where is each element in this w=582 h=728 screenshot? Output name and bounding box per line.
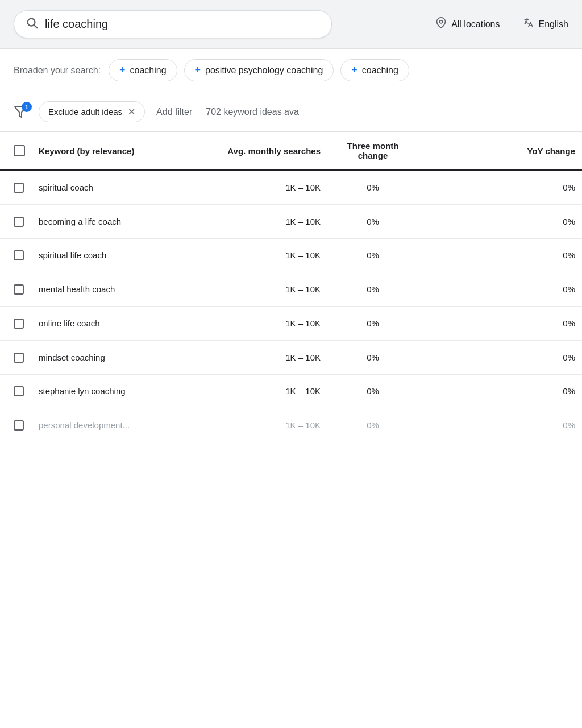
row-checkbox-3[interactable] (14, 284, 24, 295)
row-keyword-3: mental health coach (32, 272, 202, 307)
row-checkbox-cell-3 (0, 272, 32, 307)
language-selector[interactable]: English (523, 17, 568, 31)
row-checkbox-6[interactable] (14, 386, 24, 396)
table-row: mindset coaching 1K – 10K 0% 0% (0, 340, 582, 374)
language-icon (523, 17, 534, 31)
row-yoy-5: 0% (418, 340, 582, 374)
broaden-chip-plus-0: + (119, 64, 126, 76)
row-keyword-5: mindset coaching (32, 340, 202, 374)
search-icon (26, 16, 38, 32)
broaden-search-bar: Broaden your search: + coaching + positi… (0, 49, 582, 92)
location-selector[interactable]: All locations (435, 17, 500, 31)
filter-icon-wrapper[interactable]: 1 (14, 105, 27, 119)
row-three-month-5: 0% (327, 340, 418, 374)
row-checkbox-cell-6 (0, 374, 32, 408)
row-checkbox-cell-5 (0, 340, 32, 374)
row-checkbox-cell-4 (0, 307, 32, 341)
exclude-adult-label: Exclude adult ideas (48, 107, 122, 117)
broaden-label: Broaden your search: (14, 65, 101, 76)
table-header-row: Keyword (by relevance) Avg. monthly sear… (0, 132, 582, 170)
row-checkbox-cell-1 (0, 204, 32, 238)
table-row: becoming a life coach 1K – 10K 0% 0% (0, 204, 582, 238)
row-three-month-0: 0% (327, 170, 418, 204)
broaden-chip-0[interactable]: + coaching (109, 59, 177, 81)
th-three-month-change: Three month change (327, 132, 418, 170)
location-label: All locations (451, 19, 500, 30)
keyword-count-text: 702 keyword ideas ava (206, 107, 299, 117)
row-yoy-3: 0% (418, 272, 582, 307)
row-checkbox-2[interactable] (14, 250, 24, 260)
broaden-chips: + coaching + positive psychology coachin… (109, 59, 409, 81)
add-filter-link[interactable]: Add filter (156, 107, 192, 117)
row-keyword-4: online life coach (32, 307, 202, 341)
th-checkbox (0, 132, 32, 170)
svg-point-2 (440, 20, 443, 23)
row-yoy-1: 0% (418, 204, 582, 238)
row-avg-searches-6: 1K – 10K (202, 374, 327, 408)
row-checkbox-4[interactable] (14, 318, 24, 329)
row-keyword-1: becoming a life coach (32, 204, 202, 238)
row-three-month-3: 0% (327, 272, 418, 307)
keywords-table-container: Keyword (by relevance) Avg. monthly sear… (0, 132, 582, 442)
row-avg-searches-2: 1K – 10K (202, 238, 327, 272)
row-checkbox-cell-2 (0, 238, 32, 272)
row-keyword-6: stephanie lyn coaching (32, 374, 202, 408)
th-avg-monthly-searches: Avg. monthly searches (202, 132, 327, 170)
table-row: mental health coach 1K – 10K 0% 0% (0, 272, 582, 307)
svg-line-1 (35, 26, 38, 28)
select-all-checkbox[interactable] (14, 145, 25, 156)
th-avg-monthly-label: Avg. monthly searches (227, 146, 321, 156)
language-label: English (539, 19, 568, 30)
filter-bar: 1 Exclude adult ideas ✕ Add filter 702 k… (0, 92, 582, 132)
row-avg-searches-3: 1K – 10K (202, 272, 327, 307)
broaden-chip-plus-1: + (195, 64, 201, 76)
svg-point-0 (28, 19, 35, 26)
row-keyword-7: personal development... (32, 408, 202, 442)
row-avg-searches-4: 1K – 10K (202, 307, 327, 341)
table-row: spiritual coach 1K – 10K 0% 0% (0, 170, 582, 204)
location-icon (435, 17, 447, 31)
th-keyword: Keyword (by relevance) (32, 132, 202, 170)
exclude-adult-close-icon[interactable]: ✕ (128, 106, 135, 117)
search-query-text: life coaching (45, 18, 108, 31)
row-checkbox-1[interactable] (14, 217, 24, 227)
location-language-wrapper: All locations English (435, 17, 568, 31)
filter-badge: 1 (22, 102, 32, 112)
row-checkbox-cell-7 (0, 408, 32, 442)
search-bar: life coaching All locations English (0, 0, 582, 49)
row-checkbox-7[interactable] (14, 420, 24, 431)
row-three-month-1: 0% (327, 204, 418, 238)
row-keyword-0: spiritual coach (32, 170, 202, 204)
row-three-month-2: 0% (327, 238, 418, 272)
row-yoy-7: 0% (418, 408, 582, 442)
th-yoy-change: YoY change (418, 132, 582, 170)
broaden-chip-label-0: coaching (130, 65, 167, 76)
row-three-month-6: 0% (327, 374, 418, 408)
broaden-chip-2[interactable]: + coaching (340, 59, 409, 81)
broaden-chip-label-2: coaching (362, 65, 398, 76)
row-checkbox-0[interactable] (14, 183, 24, 193)
row-avg-searches-5: 1K – 10K (202, 340, 327, 374)
table-body: spiritual coach 1K – 10K 0% 0% becoming … (0, 170, 582, 442)
row-yoy-6: 0% (418, 374, 582, 408)
row-three-month-7: 0% (327, 408, 418, 442)
search-input-wrapper[interactable]: life coaching (14, 10, 332, 38)
row-yoy-4: 0% (418, 307, 582, 341)
th-three-month-label: Three month change (347, 141, 399, 160)
table-row: online life coach 1K – 10K 0% 0% (0, 307, 582, 341)
row-avg-searches-1: 1K – 10K (202, 204, 327, 238)
exclude-adult-chip[interactable]: Exclude adult ideas ✕ (39, 101, 145, 122)
row-yoy-0: 0% (418, 170, 582, 204)
broaden-chip-label-1: positive psychology coaching (205, 65, 323, 76)
row-yoy-2: 0% (418, 238, 582, 272)
table-row: spiritual life coach 1K – 10K 0% 0% (0, 238, 582, 272)
th-keyword-label: Keyword (by relevance) (39, 146, 134, 156)
row-checkbox-5[interactable] (14, 353, 24, 363)
table-row: personal development... 1K – 10K 0% 0% (0, 408, 582, 442)
row-avg-searches-0: 1K – 10K (202, 170, 327, 204)
row-keyword-2: spiritual life coach (32, 238, 202, 272)
row-checkbox-cell-0 (0, 170, 32, 204)
table-row: stephanie lyn coaching 1K – 10K 0% 0% (0, 374, 582, 408)
row-avg-searches-7: 1K – 10K (202, 408, 327, 442)
broaden-chip-1[interactable]: + positive psychology coaching (184, 59, 334, 81)
